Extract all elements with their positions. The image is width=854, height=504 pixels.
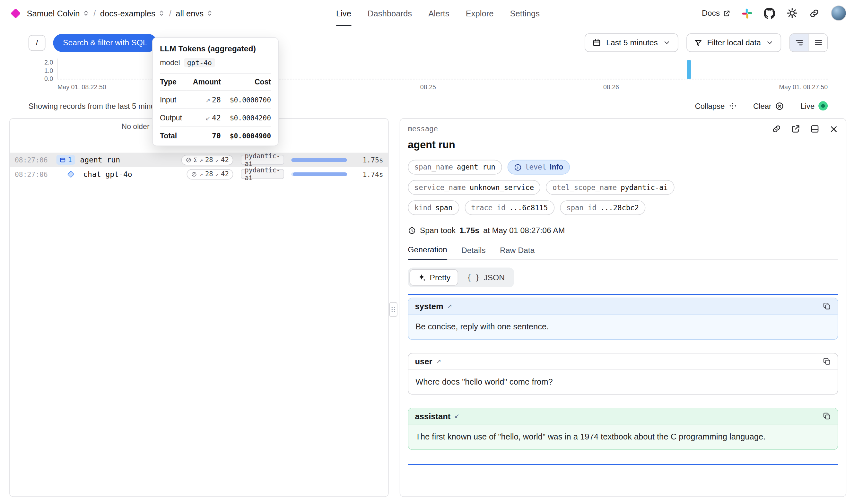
attr-pill-span-name[interactable]: span_name agent run	[408, 160, 502, 175]
incoming-arrow-icon: ↙	[454, 413, 459, 419]
time-range-value: Last 5 minutes	[606, 38, 658, 47]
panel-resize-handle[interactable]	[389, 302, 398, 317]
chart-bar[interactable]	[687, 60, 691, 79]
org-selector[interactable]: Samuel Colvin	[27, 8, 89, 18]
chevrons-updown-icon	[158, 10, 164, 16]
toolbar-right: Last 5 minutes Filter local data	[585, 33, 828, 52]
tab-live[interactable]: Live	[336, 0, 351, 26]
theme-toggle-button[interactable]	[786, 8, 798, 19]
token-usage-pill[interactable]: Σ ↗28 ↙42	[181, 155, 233, 165]
close-panel-button[interactable]	[829, 125, 838, 133]
token-usage-pill[interactable]: ↗28 ↙42	[187, 169, 233, 179]
list-view-button[interactable]	[808, 34, 827, 52]
sparkles-icon	[417, 273, 426, 282]
attr-pill-span-id[interactable]: span_id ...28cbc2	[560, 200, 645, 215]
message-text: Where does "hello world" come from?	[408, 370, 838, 394]
live-label: Live	[800, 102, 815, 110]
copy-icon	[823, 412, 831, 420]
outgoing-arrow-icon: ↗	[447, 303, 452, 310]
tree-view-button[interactable]	[790, 34, 809, 52]
collapse-label: Collapse	[695, 102, 725, 110]
message-role: system	[415, 302, 443, 311]
link-icon	[772, 124, 781, 133]
live-toggle-button[interactable]: Live	[800, 101, 828, 110]
window-icon	[60, 157, 66, 163]
tab-raw-data[interactable]: Raw Data	[500, 245, 535, 259]
pretty-view-button[interactable]: Pretty	[409, 269, 458, 286]
attr-key: span_name	[415, 163, 453, 172]
col-amount: Amount	[187, 73, 221, 91]
token-icon	[185, 157, 192, 163]
scope-tag: pydantic-ai	[241, 155, 284, 165]
model-label: model	[160, 58, 180, 67]
time-range-select[interactable]: Last 5 minutes	[585, 33, 678, 52]
screen: Samuel Colvin / docs-examples / all envs…	[0, 0, 854, 504]
scroll-bottom-indicator	[408, 464, 838, 465]
attr-row: service_name unknown_service otel_scope_…	[408, 180, 838, 195]
tab-details[interactable]: Details	[461, 245, 486, 259]
trace-row-chat-gpt-4o[interactable]: 08:27:06 chat gpt-4o ↗28 ↙42 pydantic-ai	[10, 167, 388, 181]
row-amount: 42	[212, 113, 221, 122]
row-cost: $0.0004200	[221, 108, 271, 126]
tab-settings[interactable]: Settings	[510, 0, 540, 26]
attr-key: service_name	[415, 183, 466, 192]
copy-icon	[823, 302, 831, 310]
output-arrow-icon: ↙	[205, 115, 210, 121]
attr-value: agent run	[457, 163, 495, 172]
attr-pill-level[interactable]: level Info	[507, 160, 569, 175]
clear-button[interactable]: Clear	[753, 102, 784, 110]
slack-button[interactable]	[742, 8, 752, 18]
tooltip-title: LLM Tokens (aggregated)	[160, 44, 271, 53]
input-arrow-icon: ↗	[199, 171, 203, 177]
took-duration: 1.75s	[459, 226, 479, 235]
message-card-assistant: assistant ↙ The first known use of "hell…	[408, 408, 838, 449]
span-duration: 1.74s	[351, 170, 383, 178]
record-kind-label: message	[408, 125, 438, 133]
chevrons-updown-icon	[206, 10, 213, 16]
dock-panel-button[interactable]	[810, 124, 820, 133]
attr-pill-service-name[interactable]: service_name unknown_service	[408, 180, 540, 195]
row-amount: 28	[212, 95, 221, 104]
collapse-button[interactable]: Collapse	[695, 102, 737, 110]
github-icon	[764, 7, 775, 19]
main-nav: Live Dashboards Alerts Explore Settings	[336, 0, 540, 26]
timeline-chart[interactable]: 2.0 1.0 0.0 May 01. 08:22:50 08:25 08:26…	[29, 58, 828, 93]
share-link-button[interactable]	[809, 8, 819, 18]
json-view-button[interactable]: { } JSON	[459, 269, 512, 286]
project-selector[interactable]: docs-examples	[100, 8, 165, 18]
attr-pill-kind[interactable]: kind span	[408, 200, 459, 215]
tab-generation[interactable]: Generation	[408, 245, 447, 260]
environment-selector[interactable]: all envs	[176, 8, 213, 18]
copy-message-button[interactable]	[823, 357, 831, 365]
breadcrumb-separator: /	[169, 8, 171, 18]
tab-dashboards[interactable]: Dashboards	[368, 0, 412, 26]
col-type: Type	[160, 73, 187, 91]
docs-link[interactable]: Docs	[702, 9, 730, 17]
github-button[interactable]	[764, 7, 775, 19]
copy-link-button[interactable]	[772, 124, 781, 133]
trace-row-agent-run[interactable]: 08:27:06 1 agent run Σ ↗28 ↙42	[10, 153, 388, 167]
attr-key: kind	[415, 203, 432, 212]
project-name: docs-examples	[100, 8, 156, 18]
logfire-app: Samuel Colvin / docs-examples / all envs…	[0, 0, 854, 504]
tab-alerts[interactable]: Alerts	[428, 0, 449, 26]
copy-message-button[interactable]	[823, 412, 831, 420]
clear-label: Clear	[753, 102, 771, 110]
pydantic-logo-icon	[11, 8, 21, 18]
top-header: Samuel Colvin / docs-examples / all envs…	[0, 0, 854, 26]
search-filter-button[interactable]: Search & filter with SQL	[53, 34, 157, 52]
filter-local-select[interactable]: Filter local data	[686, 33, 781, 52]
attr-pill-trace-id[interactable]: trace_id ...6c8115	[465, 200, 555, 215]
detail-header: message	[408, 124, 838, 133]
x-tick-start: May 01. 08:22:50	[57, 84, 106, 90]
user-avatar[interactable]	[831, 5, 846, 21]
tab-explore[interactable]: Explore	[466, 0, 494, 26]
copy-icon	[823, 357, 831, 365]
x-tick-end: May 01. 08:27:50	[779, 84, 828, 90]
message-text: Be concise, reply with one sentence.	[408, 314, 838, 339]
copy-message-button[interactable]	[823, 302, 831, 310]
children-count-badge[interactable]: 1	[56, 155, 75, 165]
attr-pill-otel-scope[interactable]: otel_scope_name pydantic-ai	[546, 180, 674, 195]
trace-timestamp: 08:27:06	[15, 156, 49, 164]
open-external-button[interactable]	[791, 124, 800, 133]
